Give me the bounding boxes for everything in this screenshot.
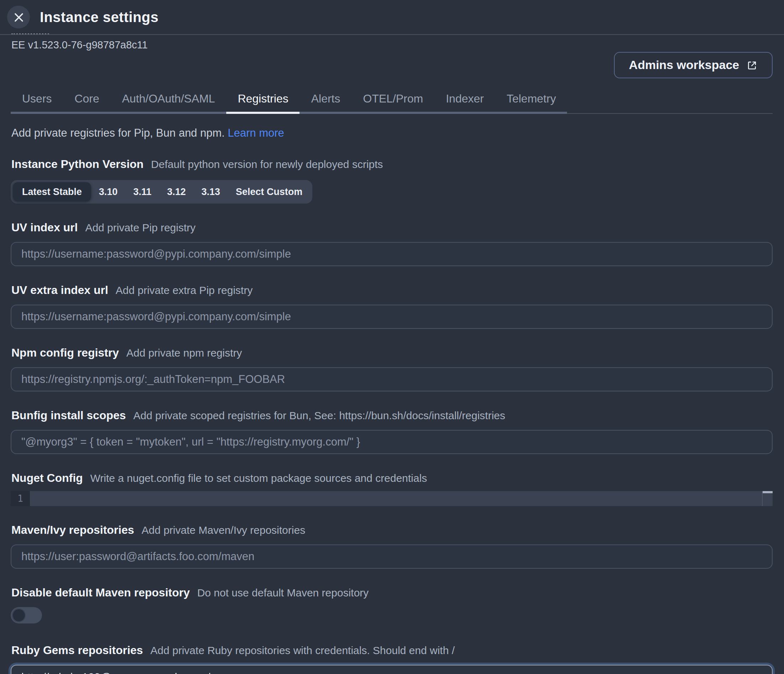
uv-index-url-input[interactable] <box>11 242 773 266</box>
workspace-button-row: Admins workspace <box>0 52 784 78</box>
ruby-gems-repositories-input[interactable] <box>11 665 773 674</box>
python-option-latest-stable[interactable]: Latest Stable <box>13 182 91 201</box>
tab-alerts[interactable]: Alerts <box>300 88 352 112</box>
external-link-icon <box>746 59 758 71</box>
disable-default-maven-label: Disable default Maven repository Do not … <box>11 586 773 600</box>
tab-auth-oauth-saml[interactable]: Auth/OAuth/SAML <box>110 88 226 112</box>
python-version-description: Default python version for newly deploye… <box>151 158 383 170</box>
python-option-3-10[interactable]: 3.10 <box>91 182 126 201</box>
uv-extra-index-url-input[interactable] <box>11 305 773 329</box>
version-text: EE v1.523.0-76-g98787a8c11 <box>11 39 784 51</box>
uv-extra-index-url-label: UV extra index url Add private extra Pip… <box>11 283 773 297</box>
admins-workspace-label: Admins workspace <box>629 58 739 72</box>
python-option-3-13[interactable]: 3.13 <box>193 182 228 201</box>
python-version-selector: Latest Stable 3.10 3.11 3.12 3.13 Select… <box>11 180 312 204</box>
close-icon <box>13 12 24 22</box>
editor-line-number: 1 <box>11 491 30 506</box>
ruby-gems-repositories-label: Ruby Gems repositories Add private Ruby … <box>11 643 773 658</box>
nuget-config-label: Nuget Config Write a nuget.config file t… <box>11 471 773 486</box>
learn-more-link[interactable]: Learn more <box>228 127 284 139</box>
tab-telemetry[interactable]: Telemetry <box>495 88 567 112</box>
editor-content[interactable] <box>30 491 762 506</box>
maven-ivy-repositories-input[interactable] <box>11 545 773 569</box>
close-button[interactable] <box>7 6 30 28</box>
tab-users[interactable]: Users <box>11 88 63 112</box>
nuget-config-editor[interactable]: 1 <box>11 491 773 506</box>
npm-config-registry-label: Npm config registry Add private npm regi… <box>11 346 773 360</box>
intro-text: Add private registries for Pip, Bun and … <box>11 127 225 139</box>
uv-index-url-label: UV index url Add private Pip registry <box>11 221 773 235</box>
editor-scrollbar[interactable] <box>762 491 773 506</box>
maven-ivy-repositories-label: Maven/Ivy repositories Add private Maven… <box>11 523 773 537</box>
python-version-title: Instance Python Version <box>11 158 144 170</box>
python-option-3-11[interactable]: 3.11 <box>126 182 159 201</box>
page-title: Instance settings <box>40 9 159 25</box>
header-divider <box>0 34 784 35</box>
python-version-label: Instance Python Version Default python v… <box>11 157 773 171</box>
instance-settings-drawer: Instance settings Windmill EE v1.523.0-7… <box>0 0 784 674</box>
bunfig-install-scopes-input[interactable] <box>11 430 773 454</box>
bunfig-install-scopes-label: Bunfig install scopes Add private scoped… <box>11 409 773 423</box>
python-option-3-12[interactable]: 3.12 <box>159 182 194 201</box>
tab-otel-prom[interactable]: OTEL/Prom <box>352 88 435 112</box>
tab-bar: Users Core Auth/OAuth/SAML Registries Al… <box>11 88 773 114</box>
tab-registries[interactable]: Registries <box>226 88 300 114</box>
python-option-select-custom[interactable]: Select Custom <box>228 182 311 201</box>
toggle-knob <box>12 609 26 622</box>
admins-workspace-button[interactable]: Admins workspace <box>614 52 773 78</box>
brand-text-clipped: Windmill <box>11 31 784 34</box>
registries-intro: Add private registries for Pip, Bun and … <box>11 127 773 140</box>
tab-indexer[interactable]: Indexer <box>434 88 495 112</box>
disable-default-maven-toggle[interactable] <box>11 607 42 623</box>
drawer-header: Instance settings <box>0 0 784 31</box>
tab-list: Users Core Auth/OAuth/SAML Registries Al… <box>11 88 567 114</box>
npm-config-registry-input[interactable] <box>11 367 773 391</box>
tab-core[interactable]: Core <box>63 88 110 112</box>
